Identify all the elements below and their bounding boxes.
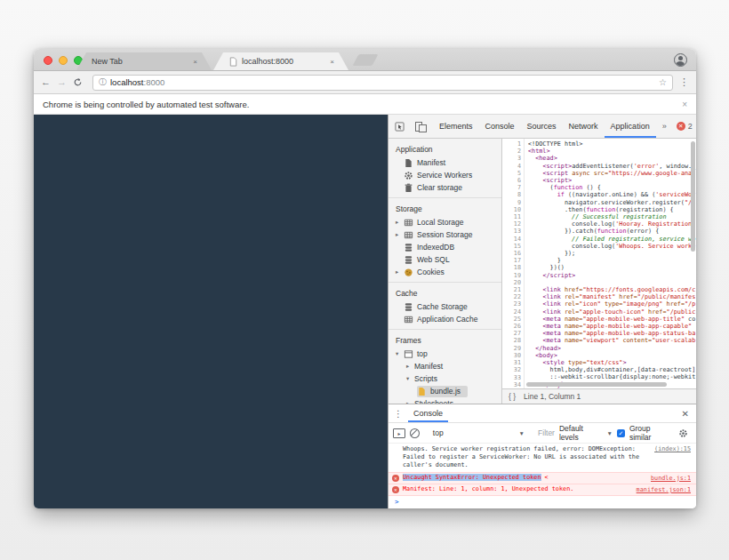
error-icon: ✕ [392,486,399,493]
chevron-right-icon[interactable]: ▸ [396,268,404,276]
reload-icon[interactable] [73,77,83,87]
sidebar-item-application-cache[interactable]: Application Cache [389,313,501,325]
db-icon [404,302,413,312]
sidebar-item-manifest[interactable]: Manifest [389,156,501,169]
frame-icon [404,349,413,359]
code-line: <link href="https://fonts.googleapis.com… [528,286,696,293]
sidebar-item-clear-storage[interactable]: Clear storage [389,181,501,194]
tab-network[interactable]: Network [563,115,605,138]
clear-console-icon[interactable] [410,428,420,438]
bookmark-star-icon[interactable]: ☆ [659,77,667,87]
sidebar-item-local-storage[interactable]: ▸Local Storage [389,216,501,228]
forward-icon[interactable]: → [57,77,67,87]
sidebar-section-title: Frames [389,332,501,348]
console-prompt[interactable]: > [389,496,696,508]
console-log-row: Whoops. Service worker registration fail… [389,444,696,473]
console-message-text: Whoops. Service worker registration fail… [403,445,639,468]
code-line: }).catch(function(error) { [528,228,696,235]
sidebar-section-application: ApplicationManifestService WorkersClear … [389,139,501,198]
filter-input[interactable]: Filter [538,428,555,437]
context-selector[interactable]: top ▼ [433,428,525,437]
chevron-down-icon[interactable]: ▾ [406,375,414,382]
back-icon[interactable]: ← [41,77,51,87]
tab-close-icon[interactable]: × [330,58,334,66]
sidebar-item-web-sql[interactable]: Web SQL [389,253,501,266]
device-toolbar-icon[interactable] [412,115,429,138]
sidebar-item-stylesheets[interactable]: ▸Stylesheets [389,397,501,404]
console-messages: Whoops. Service worker registration fail… [389,444,696,508]
browser-tab-new-tab[interactable]: New Tab × [76,52,212,70]
browser-menu-icon[interactable]: ⋮ [679,77,689,87]
console-source-link[interactable]: manifest.json:1 [637,486,691,494]
tab-close-icon[interactable]: × [193,58,197,66]
code-line: if ((navigator.onLine) && ('serviceWor [528,191,696,198]
console-drawer: ⋮ Console ✕ ▸ top ▼ Filter Default level [389,404,696,508]
chevron-right-icon[interactable]: ▸ [406,363,414,370]
pretty-print-icon[interactable]: { } [509,392,516,401]
error-icon: ✕ [392,475,399,482]
code-line [528,279,696,286]
sidebar-item-cookies[interactable]: ▸Cookies [389,266,501,278]
chevron-down-icon[interactable]: ▾ [396,350,404,357]
code-line: <meta name="apple-mobile-web-app-status-… [528,330,696,337]
horizontal-scrollbar[interactable] [526,382,667,387]
inspect-element-icon[interactable] [391,115,412,138]
group-similar-checkbox[interactable]: ✓ [617,429,625,437]
tab-console[interactable]: Console [479,115,521,138]
drawer-close-icon[interactable]: ✕ [675,409,696,419]
code-line: console.log('Hooray. Registration [528,220,696,228]
sidebar-item-service-workers[interactable]: Service Workers [389,169,501,181]
close-window-button[interactable] [44,56,52,65]
code-line: <link rel="apple-touch-icon" href="/publ… [528,308,696,316]
drawer-menu-icon[interactable]: ⋮ [389,409,408,419]
code-area[interactable]: 1234567891011121314151617181920212223242… [502,139,696,388]
code-line: <script> [528,177,696,184]
console-source-link[interactable]: bundle.js:1 [651,475,691,483]
sidebar-item-scripts[interactable]: ▾Scripts [389,372,501,385]
profile-avatar-icon[interactable] [674,53,687,67]
console-settings-gear-icon[interactable] [678,428,688,438]
infobar-text: Chrome is being controlled by automated … [43,100,249,109]
error-badge[interactable]: ✕2 [673,115,696,138]
code-line: <html> [528,148,696,155]
sidebar-item-manifest[interactable]: ▸Manifest [389,360,501,372]
editor-status-bar: { } Line 1, Column 1 [502,388,696,404]
sidebar-section-title: Storage [389,201,501,216]
tab-application[interactable]: Application [605,115,656,138]
code-line: <link rel="manifest" href="/public/manif… [528,293,696,300]
code-line: }); [528,250,696,257]
new-tab-button[interactable] [353,54,379,66]
chevron-right-icon[interactable]: ▸ [396,219,404,226]
sidebar-item-session-storage[interactable]: ▸Session Storage [389,228,501,241]
address-bar[interactable]: ⓘ localhost:8000 ☆ [92,75,673,91]
infobar-close-icon[interactable]: × [682,100,687,109]
expand-console-icon[interactable]: ▸ [393,428,405,438]
sidebar-item-cache-storage[interactable]: Cache Storage [389,300,501,313]
code-line: } [528,257,696,264]
sidebar-item-indexeddb[interactable]: IndexedDB [389,241,501,253]
console-source-link[interactable]: (index):15 [654,445,691,453]
tab-sources[interactable]: Sources [521,115,563,138]
url-port: :8000 [144,77,165,87]
chevron-right-icon[interactable]: ▸ [396,231,404,238]
log-levels-dropdown[interactable]: Default levels ▼ [559,424,613,442]
sidebar-item-top[interactable]: ▾top [389,348,501,360]
devtools-sidebar: ApplicationManifestService WorkersClear … [389,139,502,404]
sidebar-item-bundle-js[interactable]: bundle.js [389,385,501,397]
tab-elements[interactable]: Elements [433,115,479,138]
error-circle-icon: ✕ [677,122,685,131]
code-line: // Successful registration [528,213,696,220]
group-similar-label: Group similar [629,424,674,442]
devtools-toolbar: Elements Console Sources Network Applica… [389,115,696,139]
vertical-scrollbar[interactable] [691,141,695,252]
minimize-window-button[interactable] [59,56,68,65]
file-yellow-icon [417,387,427,396]
drawer-tab-console[interactable]: Console [408,404,448,422]
browser-tab-localhost[interactable]: localhost:8000 × [213,52,348,70]
window-controls [44,56,83,65]
code-line: (function () { [528,184,696,191]
table-icon [404,315,413,324]
page-info-icon[interactable]: ⓘ [99,78,107,86]
more-tabs-icon[interactable]: » [656,115,673,138]
console-message-text: Uncaught SyntaxError: Unexpected token < [403,474,549,481]
